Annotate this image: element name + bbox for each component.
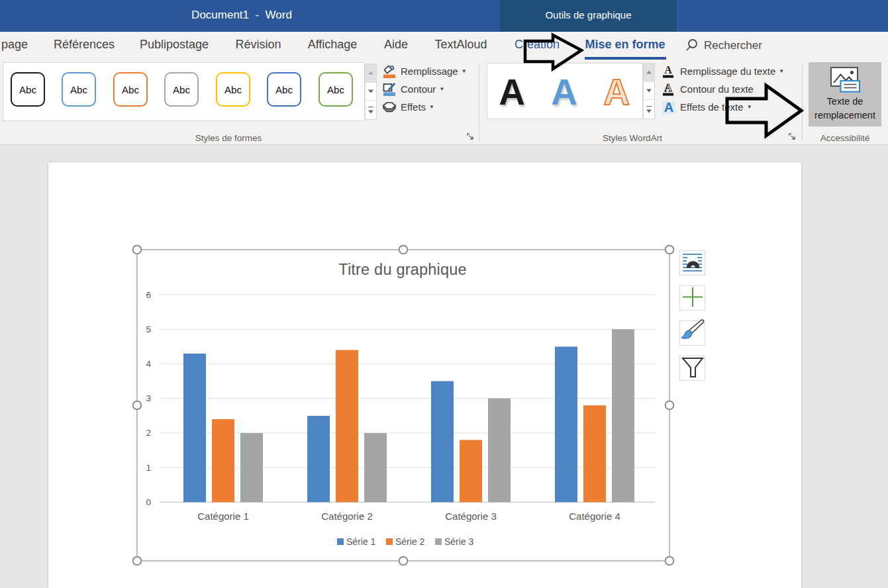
svg-text:A: A: [664, 64, 672, 75]
svg-text:A: A: [664, 82, 672, 93]
svg-text:A: A: [664, 100, 673, 115]
